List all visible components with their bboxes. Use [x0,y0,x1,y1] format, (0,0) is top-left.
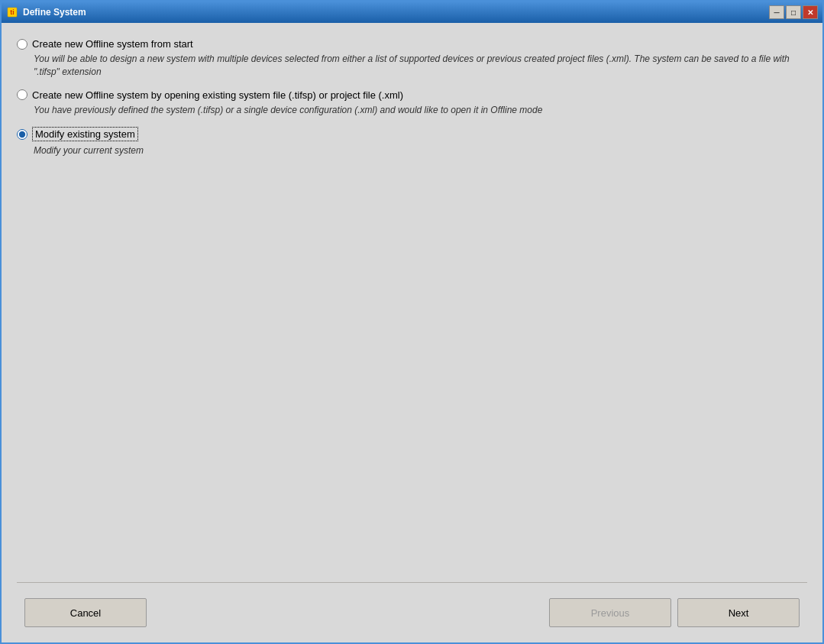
close-button[interactable]: ✕ [803,5,818,19]
svg-text:ti: ti [10,8,15,16]
option-1-label[interactable]: Create new Offline system from start [17,38,807,50]
option-3-label[interactable]: Modify existing system [17,127,807,141]
main-window: ti Define System ─ □ ✕ Create new Offlin… [0,0,824,644]
option-2-description: You have previously defined the system (… [34,104,807,117]
window-icon: ti [6,6,18,18]
option-group-3: Modify existing system Modify your curre… [17,127,807,157]
window-title: Define System [23,7,769,18]
option-1-title: Create new Offline system from start [32,38,193,50]
footer-left: Cancel [24,598,147,627]
maximize-button[interactable]: □ [786,5,801,19]
option-2-title: Create new Offline system by opening exi… [32,89,403,101]
previous-button[interactable]: Previous [549,598,671,627]
option-group-1: Create new Offline system from start You… [17,38,807,79]
minimize-button[interactable]: ─ [769,5,784,19]
content-area: Create new Offline system from start You… [2,23,822,642]
cancel-button[interactable]: Cancel [24,598,147,627]
option-3-description: Modify your current system [34,144,807,157]
footer-right: Previous Next [549,598,800,627]
separator [17,582,807,583]
option-1-radio[interactable] [17,39,27,50]
option-3-title: Modify existing system [32,127,138,141]
option-2-radio[interactable] [17,89,27,100]
footer: Cancel Previous Next [17,591,807,635]
next-button[interactable]: Next [677,598,800,627]
option-2-label[interactable]: Create new Offline system by opening exi… [17,89,807,101]
option-group-2: Create new Offline system by opening exi… [17,89,807,117]
title-bar-buttons: ─ □ ✕ [769,5,818,19]
options-container: Create new Offline system from start You… [17,38,807,582]
option-3-radio[interactable] [17,129,27,140]
option-1-description: You will be able to design a new system … [34,53,807,79]
title-bar: ti Define System ─ □ ✕ [2,2,822,23]
